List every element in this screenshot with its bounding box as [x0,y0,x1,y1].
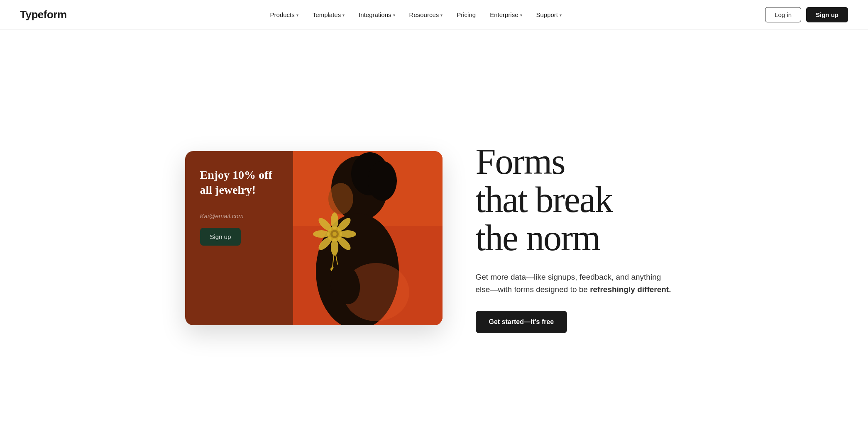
nav-item-support[interactable]: Support ▾ [531,8,568,22]
form-card-wrapper: Enjoy 10% off all jewelry! Kai@email.com… [185,151,443,325]
nav-resources-label: Resources [409,11,439,18]
chevron-down-icon: ▾ [560,13,562,17]
nav-item-resources[interactable]: Resources ▾ [403,8,449,22]
hero-text: Forms that break the norm Get more data—… [476,143,692,334]
nav-item-enterprise[interactable]: Enterprise ▾ [484,8,528,22]
svg-point-7 [328,183,353,214]
form-card-signup-button[interactable]: Sign up [200,228,241,246]
logo[interactable]: Typeform [20,8,67,21]
nav-support-label: Support [536,11,558,18]
nav-products-label: Products [270,11,295,18]
signup-nav-button[interactable]: Sign up [806,7,848,22]
chevron-down-icon: ▾ [393,13,395,17]
hero-headline: Forms that break the norm [476,143,692,258]
svg-point-6 [368,161,397,201]
chevron-down-icon: ▾ [296,13,298,17]
nav-item-templates[interactable]: Templates ▾ [307,8,350,22]
nav-integrations-label: Integrations [359,11,391,18]
nav-enterprise-label: Enterprise [490,11,518,18]
svg-point-11 [313,230,330,238]
headline-line1: Forms [476,141,565,182]
navbar: Typeform Products ▾ Templates ▾ Integrat… [0,0,868,30]
svg-point-18 [333,232,337,236]
svg-point-9 [331,212,338,229]
nav-links: Products ▾ Templates ▾ Integrations ▾ Re… [264,8,567,22]
form-card-email: Kai@email.com [200,212,278,219]
nav-item-products[interactable]: Products ▾ [264,8,304,22]
headline-line2: that break [476,180,612,220]
form-card-image [293,151,443,325]
chevron-down-icon: ▾ [520,13,522,17]
form-card: Enjoy 10% off all jewelry! Kai@email.com… [185,151,443,325]
form-card-title: Enjoy 10% off all jewelry! [200,168,278,198]
svg-point-12 [340,230,356,238]
chevron-down-icon: ▾ [342,13,345,17]
chevron-down-icon: ▾ [440,13,443,17]
hero-section: Enjoy 10% off all jewelry! Kai@email.com… [144,30,725,446]
nav-item-pricing[interactable]: Pricing [451,8,482,22]
nav-templates-label: Templates [313,11,341,18]
hero-subtext: Get more data—like signups, feedback, an… [476,271,675,296]
hero-subtext-bold: refreshingly different. [590,285,671,294]
svg-point-10 [331,239,338,256]
form-card-left: Enjoy 10% off all jewelry! Kai@email.com… [185,151,293,325]
login-button[interactable]: Log in [765,7,801,22]
cta-button[interactable]: Get started—it's free [476,311,567,333]
nav-actions: Log in Sign up [765,7,848,22]
nav-pricing-label: Pricing [457,11,476,18]
headline-line3: the norm [476,218,600,258]
nav-item-integrations[interactable]: Integrations ▾ [353,8,401,22]
